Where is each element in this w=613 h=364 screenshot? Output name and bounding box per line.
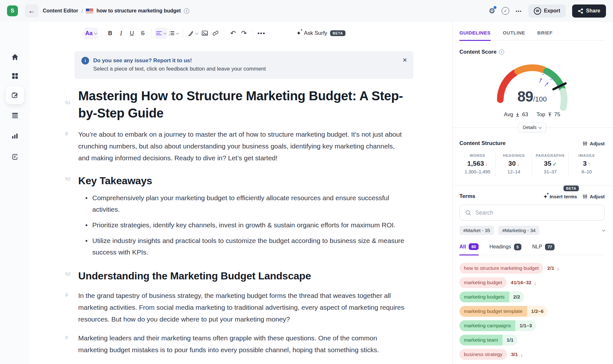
hashtag-filters: #Market - 35 #Marketing - 34: [459, 226, 605, 235]
document-body[interactable]: h1 Mastering How to Structure Marketing …: [78, 87, 407, 356]
terms-heading: Terms: [459, 193, 475, 200]
settings-gear-icon[interactable]: ⚙: [489, 7, 496, 15]
document-title[interactable]: how to structure marketing budget: [96, 8, 181, 14]
block-tag-h1: h1: [65, 100, 71, 105]
align-left-icon: [156, 31, 162, 35]
bold-button[interactable]: B: [105, 27, 116, 39]
list-dropdown[interactable]: 12: [167, 27, 180, 39]
app-logo[interactable]: S: [7, 5, 18, 16]
list-item[interactable]: Prioritize strategies, identify key chan…: [78, 219, 407, 231]
terms-tab-all[interactable]: All 80: [459, 243, 479, 255]
toolbar-separator: [183, 28, 183, 38]
toolbar-more-icon[interactable]: •••: [256, 27, 267, 39]
terms-tab-nlp[interactable]: NLP 77: [532, 244, 555, 255]
insert-image-button[interactable]: [199, 27, 210, 39]
alignment-dropdown[interactable]: [155, 27, 167, 39]
search-placeholder: Search: [475, 209, 493, 216]
details-button[interactable]: Details: [518, 123, 546, 132]
score-benchmarks: Avg 63 Top 75: [459, 111, 605, 118]
home-icon: [11, 54, 19, 60]
insert-terms-button[interactable]: BETA ✦ Insert terms: [543, 194, 577, 199]
term-row[interactable]: business strategy 3/1 ↓: [459, 349, 605, 360]
share-button[interactable]: Share: [572, 4, 606, 18]
chevron-down-icon: [176, 31, 179, 34]
list-item[interactable]: Utilize industry insights and practical …: [78, 235, 407, 258]
doc-paragraph-2[interactable]: In the grand tapestry of business strate…: [78, 290, 407, 325]
doc-paragraph-3[interactable]: Marketing leaders and their marketing te…: [78, 332, 407, 356]
sliders-icon: [583, 194, 587, 199]
content-editor-screen: S ← Content Editor / how to structure ma…: [0, 0, 613, 364]
export-button[interactable]: W Export: [528, 4, 566, 18]
content-score-gauge: 89/100: [492, 60, 572, 111]
terms-list: how to structure marketing budget 2/1 ↓ …: [459, 263, 605, 360]
ask-surfy-button[interactable]: ✦ Ask Surfy BETA: [296, 30, 345, 36]
content-structure-header: Content Structure Adjust: [459, 140, 605, 147]
hashtag-chip[interactable]: #Market - 35: [459, 226, 494, 235]
block-tag-p: p: [65, 334, 68, 339]
doc-info-icon[interactable]: i: [184, 8, 189, 14]
trend-down-icon: ↓: [557, 266, 559, 271]
breadcrumb-section[interactable]: Content Editor: [43, 8, 78, 14]
terms-tab-headings[interactable]: Headings 5: [489, 244, 521, 255]
terms-adjust-button[interactable]: Adjust: [583, 194, 605, 199]
banner-title: Do you see any issue? Report it to us!: [93, 57, 266, 65]
editor-area: Aa B I U S 12: [30, 22, 452, 364]
banner-subtitle: Select a piece of text, click on feedbac…: [93, 65, 266, 73]
count-badge: 5: [514, 244, 521, 250]
guidelines-panel: GUIDELINES OUTLINE BRIEF Content Score i: [452, 22, 613, 364]
insert-link-button[interactable]: [210, 27, 221, 39]
export-label: Export: [544, 8, 560, 14]
chevron-down-icon: [195, 31, 199, 34]
block-tag-p: p: [65, 131, 68, 136]
grid-icon: [12, 73, 18, 79]
count-badge: 80: [469, 243, 478, 250]
key-takeaways-list[interactable]: Comprehensively plan your marketing budg…: [78, 192, 407, 258]
sidebar-item-analytics[interactable]: [6, 127, 24, 145]
term-row[interactable]: how to structure marketing budget 2/1 ↓: [459, 263, 605, 274]
doc-heading-1[interactable]: Mastering How to Structure Marketing Bud…: [78, 87, 407, 122]
bar-chart-icon: [12, 133, 18, 139]
close-icon[interactable]: ×: [403, 56, 407, 64]
sliders-icon: [583, 141, 587, 146]
sidebar-item-documents[interactable]: [6, 106, 24, 124]
italic-button[interactable]: I: [116, 27, 126, 39]
term-row[interactable]: marketing budgets2/2: [459, 292, 605, 302]
sidebar-item-content-editor[interactable]: [6, 86, 24, 104]
tab-guidelines[interactable]: GUIDELINES: [459, 30, 491, 41]
list-item[interactable]: Comprehensively plan your marketing budg…: [78, 192, 407, 215]
terms-search-input[interactable]: Search: [459, 205, 605, 221]
underline-button[interactable]: U: [126, 27, 137, 39]
more-options-icon[interactable]: •••: [516, 9, 522, 13]
doc-heading-key-takeaways[interactable]: Key Takeaways: [78, 174, 407, 187]
undo-button[interactable]: ↶: [228, 27, 238, 39]
tab-brief[interactable]: BRIEF: [537, 30, 553, 40]
sparkle-icon: ✦: [296, 30, 301, 36]
term-row[interactable]: marketing budget 41/16–32 ↓: [459, 277, 605, 288]
doc-heading-understanding[interactable]: Understanding the Marketing Budget Lands…: [78, 269, 407, 282]
chevron-down-icon[interactable]: [602, 228, 605, 231]
check-circle-icon[interactable]: ✓: [502, 7, 509, 15]
term-row[interactable]: marketing team1/1: [459, 335, 605, 345]
content-score-heading: Content Score i: [459, 49, 605, 55]
gauge-avg-marker: [540, 72, 544, 83]
top-value: 75: [554, 111, 560, 118]
strikethrough-button[interactable]: S: [137, 27, 148, 39]
hashtag-chip[interactable]: #Marketing - 34: [498, 226, 539, 235]
score-info-icon[interactable]: i: [499, 49, 504, 55]
term-row[interactable]: marketing budget template1/2–6: [459, 306, 605, 317]
beta-badge: BETA: [330, 30, 345, 36]
doc-intro-paragraph[interactable]: You’re about to embark on a journey to m…: [78, 129, 407, 164]
content-structure-heading: Content Structure: [459, 140, 506, 147]
avg-down-icon: [515, 112, 520, 117]
text-style-dropdown[interactable]: Aa: [84, 27, 98, 39]
back-button[interactable]: ←: [25, 4, 38, 18]
tab-outline[interactable]: OUTLINE: [503, 30, 525, 40]
redo-button[interactable]: ↷: [238, 27, 249, 39]
sidebar-item-home[interactable]: [6, 48, 24, 66]
sidebar-item-dashboard[interactable]: [6, 67, 24, 85]
term-row[interactable]: marketing campaigns1/1–3: [459, 320, 605, 331]
sidebar-item-audit[interactable]: [6, 148, 24, 166]
structure-adjust-button[interactable]: Adjust: [583, 141, 605, 146]
highlight-dropdown[interactable]: [186, 27, 199, 39]
stat-words: WORDS 1,563↓ 1,300–1,495: [459, 152, 496, 177]
